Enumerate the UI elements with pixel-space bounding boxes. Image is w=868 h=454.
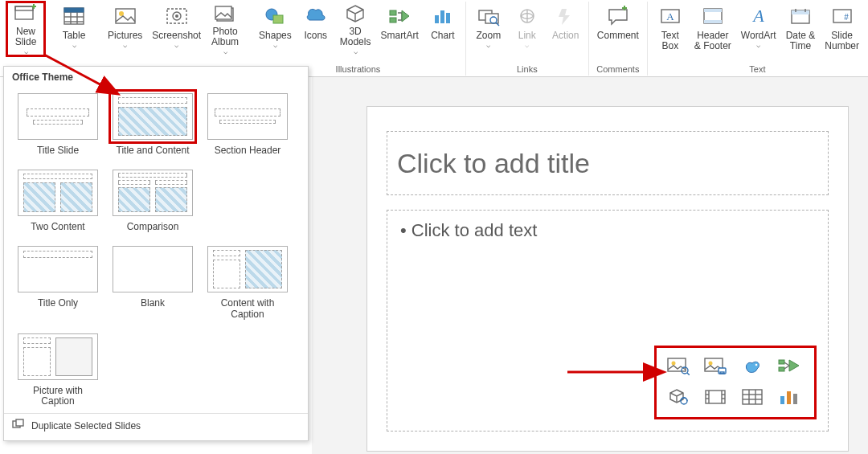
svg-line-51 (687, 373, 690, 375)
slide-number-button[interactable]: # Slide Number (820, 2, 864, 56)
comment-button[interactable]: Comment (592, 2, 644, 56)
ribbon-group-text: A Text Box Header & Footer A WordArt ⌵ (648, 2, 867, 76)
link-button[interactable]: Link ⌵ (508, 2, 547, 56)
layout-title-only[interactable]: Title Only (10, 239, 105, 325)
chevron-down-icon: ⌵ (174, 42, 178, 50)
header-footer-button[interactable]: Header & Footer (690, 2, 736, 56)
layout-picture-caption[interactable]: Picture with Caption (10, 326, 105, 413)
svg-rect-47 (16, 419, 23, 426)
ribbon-group-illustrations: Shapes ⌵ Icons 3D Models ⌵ Smar (251, 2, 466, 76)
svg-text:A: A (666, 10, 674, 22)
layout-label: Title and Content (117, 145, 190, 156)
smartart-icon (387, 3, 412, 29)
icons-button[interactable]: Icons (297, 2, 335, 56)
chevron-down-icon: ⌵ (756, 42, 760, 50)
link-label: Link (518, 31, 536, 41)
duplicate-slides-button[interactable]: Duplicate Selected Slides (4, 413, 308, 437)
icons-icon (303, 3, 329, 29)
group-label-text: Text (749, 64, 765, 76)
layout-label: Two Content (31, 222, 84, 232)
slide-number-label: Slide Number (825, 31, 859, 51)
new-slide-label: New Slide (15, 27, 37, 47)
shapes-icon (262, 3, 288, 29)
new-slide-button[interactable]: New Slide ⌵ (6, 2, 45, 56)
layout-section-header[interactable]: Section Header (200, 86, 295, 162)
chart-button[interactable]: Chart (424, 2, 462, 56)
group-label-illustrations: Illustrations (336, 64, 381, 76)
svg-rect-0 (15, 6, 33, 19)
pictures-label: Pictures (108, 31, 142, 41)
text-box-button[interactable]: A Text Box (651, 2, 690, 56)
table-button[interactable]: Table ⌵ (55, 2, 93, 56)
action-button[interactable]: Action (547, 2, 585, 56)
table-icon (61, 3, 87, 29)
text-box-label: Text Box (661, 31, 679, 51)
content-placeholder-text: Click to add text (400, 220, 815, 241)
screenshot-button[interactable]: Screenshot ⌵ (147, 2, 206, 56)
layout-blank[interactable]: Blank (105, 239, 200, 325)
gallery-title: Office Theme (4, 67, 308, 86)
layout-label: Picture with Caption (33, 386, 83, 407)
svg-rect-21 (390, 18, 396, 22)
layout-label: Content with Caption (221, 298, 275, 319)
svg-line-60 (784, 362, 789, 366)
date-time-button[interactable]: Date & Time (781, 2, 821, 56)
svg-rect-77 (793, 394, 797, 404)
insert-picture-icon[interactable] (703, 356, 727, 377)
insert-chart-icon[interactable] (777, 387, 801, 407)
chevron-down-icon: ⌵ (525, 42, 529, 50)
photo-album-label: Photo Album (211, 27, 239, 47)
shapes-label: Shapes (259, 31, 292, 41)
svg-rect-19 (273, 15, 283, 23)
wordart-label: WordArt (741, 31, 776, 41)
ribbon-group-comments: Comment Comments (589, 2, 648, 76)
link-icon (514, 3, 540, 29)
svg-rect-23 (435, 15, 439, 23)
pictures-button[interactable]: Pictures ⌵ (103, 2, 147, 56)
insert-table-icon[interactable] (740, 387, 764, 407)
new-slide-icon (13, 3, 39, 25)
svg-point-12 (119, 11, 124, 16)
insert-stock-image-icon[interactable] (666, 356, 690, 377)
insert-smartart-icon[interactable] (777, 356, 801, 377)
layout-comparison[interactable]: Comparison (105, 162, 200, 239)
wordart-button[interactable]: A WordArt ⌵ (736, 2, 781, 56)
svg-marker-31 (559, 9, 570, 25)
layout-title-content[interactable]: Title and Content (105, 86, 200, 162)
svg-rect-10 (64, 8, 84, 12)
chevron-down-icon: ⌵ (72, 42, 76, 50)
photo-album-button[interactable]: Photo Album ⌵ (206, 2, 244, 56)
icons-label: Icons (304, 31, 327, 41)
comment-label: Comment (597, 31, 639, 41)
svg-point-56 (755, 364, 758, 366)
layout-title-slide[interactable]: Title Slide (10, 86, 105, 162)
slide-canvas-area: Click to add title Click to add text (312, 77, 868, 454)
chevron-down-icon: ⌵ (486, 42, 490, 50)
zoom-button[interactable]: Zoom ⌵ (469, 2, 508, 56)
svg-point-53 (709, 362, 713, 366)
layout-two-content[interactable]: Two Content (10, 162, 105, 239)
slide[interactable]: Click to add title Click to add text (366, 106, 849, 452)
3d-models-button[interactable]: 3D Models ⌵ (335, 2, 376, 56)
smartart-button[interactable]: SmartArt (375, 2, 423, 56)
svg-rect-24 (440, 10, 444, 23)
svg-rect-58 (779, 367, 784, 371)
group-label-links: Links (517, 64, 538, 76)
smartart-label: SmartArt (380, 31, 418, 41)
layout-label: Title Only (38, 298, 78, 309)
layout-content-caption[interactable]: Content with Caption (200, 239, 295, 325)
content-placeholder[interactable]: Click to add text (387, 210, 829, 432)
shapes-button[interactable]: Shapes ⌵ (254, 2, 297, 56)
title-placeholder[interactable]: Click to add title (387, 131, 829, 195)
insert-3d-model-icon[interactable] (666, 387, 690, 407)
insert-icon-icon[interactable] (740, 356, 764, 377)
svg-marker-22 (402, 10, 409, 22)
svg-rect-37 (704, 9, 722, 12)
svg-rect-41 (792, 10, 809, 14)
action-icon (553, 3, 579, 29)
ribbon-group-images: Pictures ⌵ Screenshot ⌵ Photo Album ⌵ (100, 2, 248, 76)
svg-rect-11 (116, 9, 135, 23)
ribbon-group-slides: New Slide ⌵ (2, 2, 48, 76)
date-time-label: Date & Time (786, 31, 816, 51)
insert-video-icon[interactable] (703, 387, 727, 407)
